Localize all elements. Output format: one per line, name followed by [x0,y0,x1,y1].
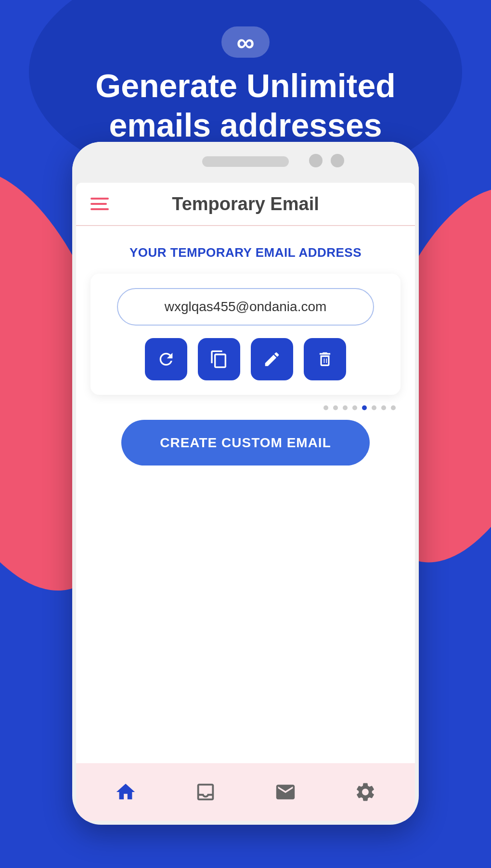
delete-button[interactable] [304,338,346,380]
copy-button[interactable] [198,338,240,380]
create-custom-email-button[interactable]: CREATE CUSTOM EMAIL [121,420,369,465]
refresh-icon [156,350,176,369]
dot-6 [372,405,376,410]
edit-icon [263,350,281,368]
dot-8 [391,405,396,410]
settings-icon [354,781,376,803]
inbox-icon [194,781,217,803]
edit-button[interactable] [251,338,293,380]
nav-home[interactable] [105,776,146,808]
email-card: wxglqas455@ondania.com [90,274,401,395]
email-display: wxglqas455@ondania.com [117,288,375,326]
pagination-dots [323,405,401,410]
dot-7 [381,405,386,410]
nav-settings[interactable] [345,776,386,808]
phone-screen: Temporary Email YOUR TEMPORARY EMAIL ADD… [76,183,415,821]
section-label: YOUR TEMPORARY EMAIL ADDRESS [90,245,401,260]
hamburger-line-1 [90,198,109,200]
dot-3 [343,405,348,410]
phone-top-bar [72,142,419,183]
refresh-button[interactable] [145,338,187,380]
home-icon [115,781,137,803]
logo-row: ∞ [221,26,270,58]
hamburger-line-3 [90,208,109,210]
create-btn-label: CREATE CUSTOM EMAIL [160,435,331,451]
phone-camera-right [331,154,344,167]
email-value: wxglqas455@ondania.com [165,299,327,314]
action-buttons [145,338,346,380]
dot-4 [352,405,357,410]
phone-camera-left [309,154,323,167]
screen-content: YOUR TEMPORARY EMAIL ADDRESS wxglqas455@… [76,226,415,763]
email-input-wrap: wxglqas455@ondania.com [103,288,388,326]
dot-2 [333,405,338,410]
mail-icon [274,781,297,803]
app-bar: Temporary Email [76,183,415,226]
dot-5-active [362,405,367,410]
dot-1 [323,405,328,410]
infinity-logo: ∞ [221,26,270,58]
delete-icon [316,350,334,368]
infinity-symbol: ∞ [236,30,254,55]
copy-icon [209,350,229,369]
hamburger-line-2 [90,203,107,205]
nav-inbox[interactable] [185,776,226,808]
hamburger-menu[interactable] [90,198,109,210]
nav-mail[interactable] [265,776,306,808]
bottom-nav [76,763,415,821]
phone-speaker [202,156,289,167]
app-title: Temporary Email [123,194,368,214]
phone-mockup: Temporary Email YOUR TEMPORARY EMAIL ADD… [72,142,419,825]
